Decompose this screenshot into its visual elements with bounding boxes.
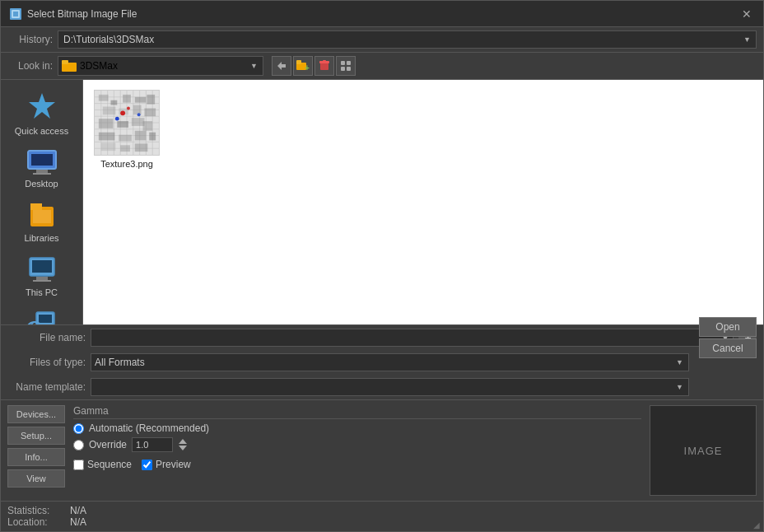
svg-point-66	[127, 107, 130, 110]
sidebar-item-desktop[interactable]: Desktop	[6, 144, 78, 194]
history-label: History:	[7, 34, 53, 45]
svg-rect-11	[323, 60, 326, 62]
desktop-icon	[26, 149, 58, 175]
dialog: Select Bitmap Image File ✕ History: D:\T…	[0, 0, 764, 532]
statistics-label: Statistics:	[7, 505, 65, 516]
view-menu-button[interactable]	[336, 56, 356, 76]
svg-rect-72	[149, 133, 156, 141]
main-area: Quick access Desktop Librar	[1, 80, 763, 324]
sidebar-item-network[interactable]: Network	[6, 306, 78, 324]
gamma-section: Gamma Automatic (Recommended) Override S…	[73, 405, 641, 496]
cancel-button[interactable]: Cancel	[699, 338, 757, 358]
sidebar-item-label: Quick access	[15, 126, 68, 136]
svg-rect-64	[143, 121, 153, 131]
name-template-dropdown[interactable]: ▼	[91, 378, 689, 396]
sequence-checkbox[interactable]	[73, 460, 84, 470]
preview-label[interactable]: Preview	[142, 459, 191, 470]
file-thumbnail	[94, 90, 160, 156]
files-of-type-dropdown[interactable]: All Formats ▼	[91, 353, 689, 371]
history-path: D:\Tutorials\3DSMax	[63, 34, 154, 45]
checkbox-row: Sequence Preview	[73, 459, 641, 470]
svg-rect-74	[120, 145, 130, 152]
view-button[interactable]: View	[7, 469, 65, 488]
sidebar: Quick access Desktop Librar	[1, 80, 83, 324]
lookin-value: 3DSMax	[80, 60, 118, 72]
svg-rect-7	[296, 60, 301, 64]
create-folder-button[interactable]: +	[293, 56, 313, 76]
history-value[interactable]: D:\Tutorials\3DSMax ▼	[58, 30, 757, 49]
gamma-override-input[interactable]	[132, 437, 173, 452]
preview-checkbox[interactable]	[142, 460, 152, 470]
open-button[interactable]: Open	[699, 317, 757, 337]
lower-section: Devices... Setup... Info... View Gamma A…	[1, 399, 763, 501]
svg-rect-70	[119, 135, 132, 142]
svg-marker-76	[179, 439, 187, 444]
lookin-dropdown[interactable]: 3DSMax ▼	[58, 56, 263, 76]
dialog-title: Select Bitmap Image File	[27, 8, 137, 20]
svg-marker-16	[29, 93, 55, 119]
override-spinner-icon	[178, 437, 188, 452]
lookin-dropdown-arrow: ▼	[250, 62, 258, 70]
files-of-type-row: Files of type: All Formats ▼	[1, 350, 763, 375]
back-button[interactable]	[272, 56, 291, 76]
file-item[interactable]: Texture3.png	[90, 86, 164, 172]
file-name-input[interactable]	[91, 332, 718, 343]
setup-button[interactable]: Setup...	[7, 427, 65, 445]
back-icon	[276, 60, 287, 72]
close-button[interactable]: ✕	[738, 6, 755, 22]
sequence-label-text: Sequence	[87, 459, 132, 470]
gamma-automatic-radio[interactable]	[73, 423, 84, 434]
svg-rect-18	[31, 154, 53, 166]
sidebar-item-label: Libraries	[24, 233, 58, 243]
preview-text: IMAGE	[684, 445, 723, 457]
libraries-icon	[26, 202, 58, 230]
history-dropdown-arrow: ▼	[743, 35, 751, 44]
svg-rect-54	[123, 95, 131, 103]
file-name-label: File name:	[7, 332, 86, 343]
bitmap-icon	[9, 7, 22, 21]
texture-preview	[95, 91, 159, 155]
name-template-arrow: ▼	[676, 383, 683, 391]
svg-rect-56	[103, 107, 116, 115]
gamma-override-label: Override	[89, 439, 127, 450]
delete-button[interactable]	[314, 56, 334, 76]
preview-box: IMAGE	[650, 405, 757, 496]
svg-rect-63	[144, 108, 156, 116]
quick-access-icon	[26, 91, 58, 123]
svg-text:+: +	[305, 63, 310, 72]
svg-point-68	[137, 113, 141, 116]
svg-rect-55	[135, 97, 147, 103]
sidebar-item-libraries[interactable]: Libraries	[6, 197, 78, 248]
title-bar-left: Select Bitmap Image File	[9, 7, 137, 21]
svg-rect-53	[111, 100, 118, 105]
file-name-input-wrap: ▼	[91, 329, 734, 347]
svg-rect-19	[36, 170, 48, 173]
name-template-row: Name template: ▼	[1, 375, 763, 399]
file-browser[interactable]: Texture3.png	[83, 80, 763, 324]
lookin-label: Look in:	[7, 60, 53, 72]
sidebar-item-quick-access[interactable]: Quick access	[6, 86, 78, 141]
info-button[interactable]: Info...	[7, 448, 65, 466]
svg-rect-52	[99, 95, 109, 101]
sidebar-item-label: Desktop	[25, 179, 58, 189]
history-bar: History: D:\Tutorials\3DSMax ▼	[1, 27, 763, 53]
svg-rect-60	[117, 121, 128, 128]
files-of-type-value: All Formats	[95, 357, 685, 368]
sidebar-item-this-pc[interactable]: This PC	[6, 251, 78, 302]
svg-rect-71	[135, 131, 147, 141]
stats-section: Statistics: N/A Location: N/A ◢	[1, 501, 763, 531]
network-icon	[26, 310, 58, 324]
gamma-override-radio[interactable]	[73, 440, 84, 450]
lookin-bar: Look in: 3DSMax ▼ +	[1, 53, 763, 80]
devices-button[interactable]: Devices...	[7, 405, 65, 423]
sequence-label[interactable]: Sequence	[73, 459, 132, 470]
resize-handle[interactable]: ◢	[753, 520, 760, 530]
location-row: Location: N/A	[7, 516, 757, 528]
svg-rect-59	[99, 119, 114, 128]
svg-point-65	[120, 110, 125, 115]
statistics-row: Statistics: N/A	[7, 505, 757, 516]
svg-rect-73	[101, 142, 116, 151]
preview-label-text: Preview	[156, 459, 191, 470]
svg-rect-9	[320, 63, 328, 70]
gamma-title: Gamma	[73, 405, 641, 419]
